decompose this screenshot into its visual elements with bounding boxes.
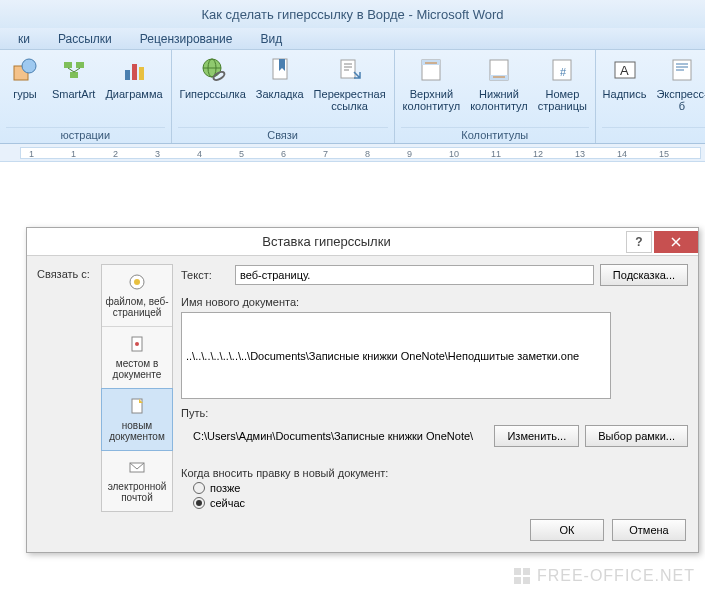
svg-rect-30	[514, 577, 521, 584]
hint-button[interactable]: Подсказка...	[600, 264, 688, 286]
svg-text:#: #	[560, 66, 567, 78]
svg-rect-2	[64, 62, 72, 68]
sidebar-item-place-doc[interactable]: местом в документе	[102, 327, 172, 389]
ribbon-group-illustrations: гуры SmartArt Диаграмма юстрации	[0, 50, 172, 143]
bookmark-icon	[264, 54, 296, 86]
link-with-label: Связать с:	[37, 264, 93, 512]
tab-fragment[interactable]: ки	[6, 29, 42, 49]
ruler[interactable]: 1123456789101112131415	[0, 144, 705, 162]
windows-icon	[513, 567, 531, 585]
smartart-icon	[58, 54, 90, 86]
ribbon-tabs: ки Рассылки Рецензирование Вид	[0, 28, 705, 50]
svg-rect-28	[514, 568, 521, 575]
svg-rect-3	[76, 62, 84, 68]
radio-now[interactable]: сейчас	[193, 497, 688, 509]
chart-icon	[118, 54, 150, 86]
svg-rect-6	[132, 64, 137, 80]
textbox-icon: A	[609, 54, 641, 86]
ok-button[interactable]: ОК	[530, 519, 604, 541]
ribbon-group-text: A Надпись Экспресс-б	[596, 50, 705, 143]
dialog-close-button[interactable]	[654, 231, 698, 253]
svg-rect-12	[341, 60, 355, 78]
watermark: FREE-OFFICE.NET	[513, 567, 695, 585]
header-button[interactable]: Верхний колонтитул	[401, 52, 463, 127]
window-title: Как сделать гиперссылку в Ворде - Micros…	[201, 7, 503, 22]
quickparts-icon	[666, 54, 698, 86]
text-label: Текст:	[181, 269, 229, 281]
svg-rect-5	[125, 70, 130, 80]
pagenumber-icon: #	[546, 54, 578, 86]
svg-rect-4	[70, 72, 78, 78]
newdoc-label: Имя нового документа:	[181, 296, 688, 308]
change-button[interactable]: Изменить...	[494, 425, 579, 447]
pagenumber-button[interactable]: # Номер страницы	[536, 52, 589, 127]
svg-text:A: A	[620, 63, 629, 78]
tab-mailings[interactable]: Рассылки	[46, 29, 124, 49]
svg-rect-31	[523, 577, 530, 584]
tab-review[interactable]: Рецензирование	[128, 29, 245, 49]
when-edit-label: Когда вносить правку в новый документ:	[181, 467, 688, 479]
svg-rect-29	[523, 568, 530, 575]
text-input[interactable]	[235, 265, 594, 285]
svg-point-1	[22, 59, 36, 73]
email-icon	[128, 458, 146, 478]
place-doc-icon	[128, 335, 146, 355]
cancel-button[interactable]: Отмена	[612, 519, 686, 541]
tab-view[interactable]: Вид	[248, 29, 294, 49]
radio-later[interactable]: позже	[193, 482, 688, 494]
path-value: C:\Users\Админ\Documents\Записные книжки…	[181, 430, 488, 442]
crossref-button[interactable]: Перекрестная ссылка	[312, 52, 388, 127]
newdoc-input[interactable]	[181, 312, 611, 399]
group-caption-illustrations: юстрации	[6, 127, 165, 143]
textbox-button[interactable]: A Надпись	[602, 52, 647, 127]
footer-icon	[483, 54, 515, 86]
svg-rect-7	[139, 67, 144, 80]
chart-button[interactable]: Диаграмма	[103, 52, 164, 127]
crossref-icon	[334, 54, 366, 86]
radio-icon	[193, 497, 205, 509]
ribbon: гуры SmartArt Диаграмма юстрации Гиперсс…	[0, 50, 705, 144]
sidebar-item-new-doc[interactable]: новым документом	[101, 388, 173, 451]
smartart-button[interactable]: SmartArt	[50, 52, 97, 127]
sidebar-item-file-web[interactable]: файлом, веб- страницей	[102, 265, 172, 327]
ribbon-group-headerfooter: Верхний колонтитул Нижний колонтитул # Н…	[395, 50, 596, 143]
quickparts-button[interactable]: Экспресс-б	[653, 52, 705, 127]
header-icon	[415, 54, 447, 86]
window-titlebar: Как сделать гиперссылку в Ворде - Micros…	[0, 0, 705, 28]
svg-point-25	[135, 342, 139, 346]
bookmark-button[interactable]: Закладка	[254, 52, 306, 127]
insert-hyperlink-dialog: Вставка гиперссылки ? Связать с: файлом,…	[26, 227, 699, 553]
dialog-title: Вставка гиперссылки	[27, 234, 626, 249]
ruler-scale: 1123456789101112131415	[20, 147, 701, 159]
dialog-titlebar[interactable]: Вставка гиперссылки ?	[27, 228, 698, 256]
shapes-button[interactable]: гуры	[6, 52, 44, 127]
globe-link-icon	[197, 54, 229, 86]
group-caption-headerfooter: Колонтитулы	[401, 127, 589, 143]
path-label: Путь:	[181, 407, 688, 419]
shapes-icon	[9, 54, 41, 86]
sidebar-item-email[interactable]: электронной почтой	[102, 450, 172, 511]
dialog-footer: ОК Отмена	[27, 516, 698, 552]
new-doc-icon	[128, 397, 146, 417]
file-web-icon	[128, 273, 146, 293]
frame-button[interactable]: Выбор рамки...	[585, 425, 688, 447]
dialog-main: Текст: Подсказка... Имя нового документа…	[181, 264, 688, 512]
ribbon-group-links: Гиперссылка Закладка Перекрестная ссылка…	[172, 50, 395, 143]
radio-icon	[193, 482, 205, 494]
group-caption-links: Связи	[178, 127, 388, 143]
footer-button[interactable]: Нижний колонтитул	[468, 52, 530, 127]
svg-point-23	[134, 279, 140, 285]
hyperlink-button[interactable]: Гиперссылка	[178, 52, 248, 127]
link-type-sidebar: файлом, веб- страницей местом в документ…	[101, 264, 173, 512]
dialog-help-button[interactable]: ?	[626, 231, 652, 253]
